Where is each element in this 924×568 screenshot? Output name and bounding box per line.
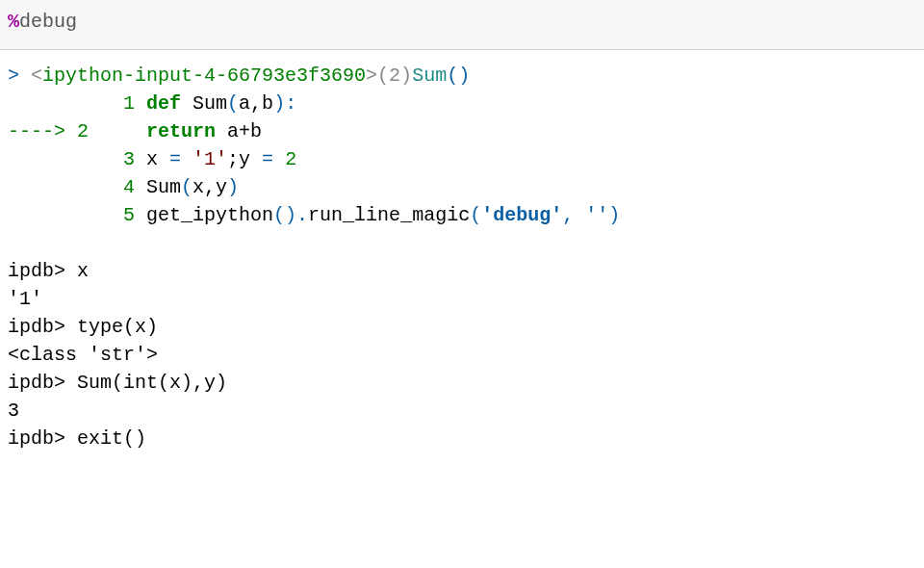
func-name: Sum: [412, 65, 447, 87]
angle-close: >: [366, 65, 377, 87]
str-empty: '': [585, 204, 608, 226]
str-literal-1: '1': [181, 148, 227, 170]
paren4-close: ): [227, 176, 239, 198]
call-sum: Sum: [135, 176, 181, 198]
ipdb-prompt-2: ipdb>: [8, 316, 77, 338]
str-debug: 'debug': [481, 204, 562, 226]
sp: [135, 92, 146, 115]
args-ab: a,b: [239, 92, 273, 115]
colon: :: [285, 92, 296, 115]
dot5: .: [296, 204, 308, 226]
lineno-3: 3: [123, 148, 135, 170]
ipdb-prompt-4: ipdb>: [8, 427, 77, 450]
args4-xy: x,y: [192, 176, 227, 198]
comma5: ,: [562, 204, 585, 226]
get-ipython: get_ipython: [135, 204, 273, 226]
pad: [8, 92, 123, 115]
output-cell: > <ipython-input-4-66793e3f3690>(2)Sum()…: [0, 50, 924, 464]
func-parens: (): [447, 65, 470, 87]
current-line-arrow: ---->: [8, 120, 77, 142]
paren5b-open: (: [470, 204, 481, 226]
magic-command: debug: [19, 11, 77, 33]
ipdb-out-3: 3: [8, 400, 19, 422]
indent2: [89, 120, 146, 142]
paren-close: ): [273, 92, 285, 115]
paren5a: (): [273, 204, 296, 226]
ipdb-prompt-1: ipdb>: [8, 260, 77, 282]
kw-def: def: [146, 92, 181, 115]
trace-arrow: >: [8, 65, 31, 87]
ipdb-cmd-x: x: [77, 260, 89, 282]
x-assign: x: [135, 148, 169, 170]
ipdb-cmd-sum: Sum(int(x),y): [77, 372, 227, 394]
lineno-5: 5: [123, 204, 135, 226]
input-cell: %debug: [0, 0, 924, 50]
eq3a: =: [169, 148, 181, 170]
paren-open: (: [227, 92, 239, 115]
run-line-magic: run_line_magic: [308, 204, 470, 226]
y-assign: ;y: [227, 148, 262, 170]
paren5b-close: ): [608, 204, 620, 226]
angle-open: <: [31, 65, 42, 87]
ipdb-cmd-exit: exit(): [77, 427, 146, 450]
pad: [8, 148, 123, 170]
pad: [8, 176, 123, 198]
magic-prefix: %: [8, 11, 19, 33]
pad: [8, 204, 123, 226]
ipdb-cmd-type: type(x): [77, 316, 158, 338]
eq3b: =: [262, 148, 273, 170]
ipdb-out-2: <class 'str'>: [8, 344, 158, 366]
paren4-open: (: [181, 176, 192, 198]
ipdb-prompt-3: ipdb>: [8, 372, 77, 394]
line-ref: (2): [377, 65, 412, 87]
fn-name: Sum: [181, 92, 227, 115]
kw-return: return: [146, 120, 216, 142]
expr-aplusb: a+b: [216, 120, 262, 142]
lineno-1: 1: [123, 92, 135, 115]
module-name: ipython-input-4-66793e3f3690: [42, 65, 366, 87]
ipdb-out-1: '1': [8, 288, 42, 310]
lineno-2: 2: [77, 120, 89, 142]
lineno-4: 4: [123, 176, 135, 198]
int-2: 2: [273, 148, 296, 170]
